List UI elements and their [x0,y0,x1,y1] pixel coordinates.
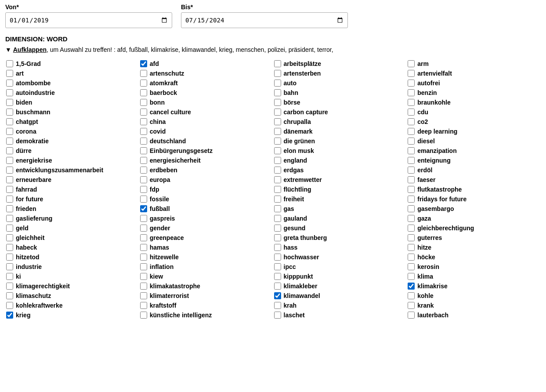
checkbox-label-england[interactable]: england [284,157,307,164]
checkbox-label-enteignung[interactable]: enteignung [417,157,450,164]
checkbox-carbon-capture[interactable] [274,109,281,116]
checkbox-label-lauterbach[interactable]: lauterbach [417,312,448,319]
checkbox-geld[interactable] [6,225,13,232]
checkbox-label-erdgas[interactable]: erdgas [284,167,304,174]
checkbox-auto[interactable] [274,80,281,87]
checkbox-erdgas[interactable] [274,167,281,174]
checkbox-klimaterrorist[interactable] [140,292,147,299]
checkbox-art[interactable] [6,70,13,77]
checkbox-arm[interactable] [408,60,415,67]
checkbox-klimakatastrophe[interactable] [140,283,147,290]
checkbox-chrupalla[interactable] [274,118,281,125]
checkbox-lauterbach[interactable] [408,312,415,319]
checkbox-inflation[interactable] [140,263,147,270]
checkbox-label-kohle[interactable]: kohle [417,292,434,299]
checkbox-elon-musk[interactable] [274,147,281,154]
checkbox-label-chatgpt[interactable]: chatgpt [16,118,38,125]
checkbox-label-kiew[interactable]: kiew [150,273,163,280]
checkbox-label-faeser[interactable]: faeser [417,176,435,183]
checkbox-label-erneuerbare[interactable]: erneuerbare [16,176,51,183]
checkbox-label-hitze[interactable]: hitze [417,244,431,251]
checkbox-label-hitzewelle[interactable]: hitzewelle [150,254,179,261]
checkbox-hitzetod[interactable] [6,254,13,261]
checkbox-label-diesel[interactable]: diesel [417,138,435,145]
checkbox-label-kipppunkt[interactable]: kipppunkt [284,273,313,280]
checkbox-label-gleichheit[interactable]: gleichheit [16,234,44,241]
checkbox-fossile[interactable] [140,196,147,203]
checkbox-hamas[interactable] [140,244,147,251]
checkbox-atombombe[interactable] [6,80,13,87]
checkbox-label-artensterben[interactable]: artensterben [284,70,321,77]
checkbox-label-corona[interactable]: corona [16,128,36,135]
checkbox-klimakleber[interactable] [274,283,281,290]
checkbox-label-braunkohle[interactable]: braunkohle [417,99,450,106]
checkbox-label-einbuergerungsgesetz[interactable]: Einbürgerungsgesetz [150,147,213,154]
checkbox-demokratie[interactable] [6,138,13,145]
checkbox-corona[interactable] [6,128,13,135]
checkbox-duerре[interactable] [6,147,13,154]
checkbox-kerosin[interactable] [408,263,415,270]
checkbox-krank[interactable] [408,302,415,309]
checkbox-label-baerbock[interactable]: baerbock [150,89,177,96]
checkbox-label-klimakrise[interactable]: klimakrise [417,283,448,290]
checkbox-atomkraft[interactable] [140,80,147,87]
checkbox-label-hass[interactable]: hass [284,244,298,251]
checkbox-cdu[interactable] [408,109,415,116]
checkbox-label-bonn[interactable]: bonn [150,99,165,106]
checkbox-deutschland[interactable] [140,138,147,145]
checkbox-label-geld[interactable]: geld [16,225,29,232]
checkbox-benzin[interactable] [408,89,415,96]
checkbox-label-hitzetod[interactable]: hitzetod [16,254,40,261]
checkbox-label-bahn[interactable]: bahn [284,89,298,96]
checkbox-label-klimawandel[interactable]: klimawandel [284,292,320,299]
checkbox-fussball[interactable] [140,205,147,212]
checkbox-bahn[interactable] [274,89,281,96]
checkbox-cancel-culture[interactable] [140,109,147,116]
checkbox-gauland[interactable] [274,215,281,222]
aufklappen-toggle[interactable]: Aufklappen [13,46,47,53]
checkbox-label-hoecke[interactable]: höcke [417,254,435,261]
checkbox-label-klima[interactable]: klima [417,273,433,280]
checkbox-label-duerре[interactable]: dürre [16,147,32,154]
checkbox-faeser[interactable] [408,176,415,183]
checkbox-for-future[interactable] [6,196,13,203]
checkbox-gleichberechtigung[interactable] [408,225,415,232]
checkbox-label-erdbeben[interactable]: erdbeben [150,167,177,174]
checkbox-label-gaspreis[interactable]: gaspreis [150,215,175,222]
checkbox-gender[interactable] [140,225,147,232]
date-from-input[interactable] [5,12,172,28]
checkbox-gas[interactable] [274,205,281,212]
checkbox-deep-learning[interactable] [408,128,415,135]
checkbox-label-daenemark[interactable]: dänemark [284,128,313,135]
checkbox-label-elon-musk[interactable]: elon musk [284,147,314,154]
checkbox-biden[interactable] [6,99,13,106]
checkbox-label-autoindustrie[interactable]: autoindustrie [16,89,55,96]
checkbox-label-ki[interactable]: ki [16,273,21,280]
checkbox-boerse[interactable] [274,99,281,106]
checkbox-label-europa[interactable]: europa [150,176,170,183]
checkbox-guterres[interactable] [408,234,415,241]
checkbox-gasembargo[interactable] [408,205,415,212]
checkbox-label-ipcc[interactable]: ipcc [284,263,296,270]
checkbox-label-klimaschutz[interactable]: klimaschutz [16,292,51,299]
checkbox-label-cdu[interactable]: cdu [417,109,428,116]
checkbox-fahrrad[interactable] [6,186,13,193]
checkbox-label-gaslieferung[interactable]: gaslieferung [16,215,52,222]
checkbox-label-autofrei[interactable]: autofrei [417,80,440,87]
checkbox-gaspreis[interactable] [140,215,147,222]
checkbox-label-extremwetter[interactable]: extremwetter [284,176,322,183]
checkbox-label-fdp[interactable]: fdp [150,186,159,193]
checkbox-erneuerbare[interactable] [6,176,13,183]
checkbox-arbeitsplaetze[interactable] [274,60,281,67]
checkbox-label-die-gruenen[interactable]: die grünen [284,138,315,145]
checkbox-laschet[interactable] [274,312,281,319]
checkbox-einbuergerungsgesetz[interactable] [140,147,147,154]
checkbox-label-buschmann[interactable]: buschmann [16,109,51,116]
checkbox-kohle[interactable] [408,292,415,299]
checkbox-label-krank[interactable]: krank [417,302,434,309]
checkbox-label-greenpeace[interactable]: greenpeace [150,234,184,241]
checkbox-kraftstoff[interactable] [140,302,147,309]
checkbox-krah[interactable] [274,302,281,309]
checkbox-europa[interactable] [140,176,147,183]
checkbox-label-china[interactable]: china [150,118,166,125]
